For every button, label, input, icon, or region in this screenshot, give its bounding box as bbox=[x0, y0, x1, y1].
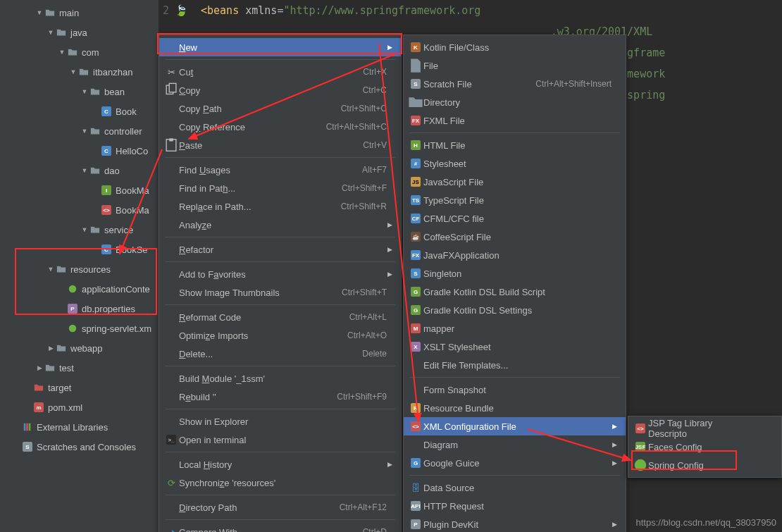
tree-item-service[interactable]: ▼ service bbox=[0, 220, 159, 240]
menu-item-synchronize-resources[interactable]: ⟳ Synchronize 'resources' bbox=[159, 474, 401, 492]
menu-item-faces-config[interactable]: JSF Faces Config bbox=[628, 438, 781, 456]
expand-arrow-icon[interactable]: ▼ bbox=[46, 29, 55, 36]
menu-item-optimize-imports[interactable]: Optimize Imports Ctrl+Alt+O bbox=[159, 326, 401, 345]
menu-item-edit-file-templates[interactable]: Edit File Templates... bbox=[404, 356, 626, 374]
tree-item-bookma[interactable]: <> BookMa bbox=[0, 200, 159, 220]
tree-item-dao[interactable]: ▼ dao bbox=[0, 161, 159, 180]
menu-item-new[interactable]: New ▶ bbox=[159, 38, 401, 56]
menu-item-copy-path[interactable]: Copy Path Ctrl+Shift+C bbox=[159, 99, 401, 118]
tree-item-itbanzhan[interactable]: ▼ itbanzhan bbox=[0, 62, 159, 82]
menu-item-directory[interactable]: Directory bbox=[404, 93, 626, 111]
expand-arrow-icon[interactable]: ▼ bbox=[80, 128, 89, 135]
new-submenu[interactable]: K Kotlin File/Class File S Scratch File … bbox=[403, 35, 626, 532]
menu-item-form-snapshot[interactable]: Form Snapshot bbox=[404, 381, 626, 399]
tree-item-scratches-and-consoles[interactable]: S Scratches and Consoles bbox=[0, 437, 159, 457]
file-icon bbox=[408, 58, 423, 73]
menu-item-cfml-cfc-file[interactable]: CF CFML/CFC file bbox=[404, 209, 626, 228]
menu-item-diagram[interactable]: Diagram ▶ bbox=[404, 435, 626, 454]
menu-item-show-in-explorer[interactable]: Show in Explorer bbox=[159, 412, 401, 431]
tree-item-spring-servlet-xm[interactable]: spring-servlet.xm bbox=[0, 318, 159, 338]
tree-item-controller[interactable]: ▼ controller bbox=[0, 121, 159, 141]
menu-item-resource-bundle[interactable]: R Resource Bundle bbox=[404, 399, 626, 417]
menu-item-reformat-code[interactable]: Reformat Code Ctrl+Alt+L bbox=[159, 308, 401, 326]
menu-item-fxml-file[interactable]: FX FXML File bbox=[404, 111, 626, 130]
tree-item-com[interactable]: ▼ com bbox=[0, 42, 159, 62]
expand-arrow-icon[interactable]: ▼ bbox=[35, 9, 44, 16]
menu-item-replace-in-path[interactable]: Replace in Path... Ctrl+Shift+R bbox=[159, 197, 401, 216]
tree-item-bookse[interactable]: C BookSe bbox=[0, 240, 159, 259]
menu-item-kotlin-file-class[interactable]: K Kotlin File/Class bbox=[404, 38, 626, 56]
tree-item-label: BookSe bbox=[116, 245, 148, 255]
menu-item-build-module-1ssm[interactable]: Build Module '_1ssm' bbox=[159, 369, 401, 388]
tree-item-bookma[interactable]: I BookMa bbox=[0, 180, 159, 200]
tree-item-external-libraries[interactable]: External Libraries bbox=[0, 417, 159, 437]
menu-item-jsp-tag-library-descripto[interactable]: <> JSP Tag Library Descripto bbox=[628, 419, 781, 438]
menu-item-html-file[interactable]: H HTML File bbox=[404, 136, 626, 154]
menu-item-typescript-file[interactable]: TS TypeScript File bbox=[404, 191, 626, 209]
expand-arrow-icon[interactable]: ▶ bbox=[46, 345, 55, 352]
menu-item-local-history[interactable]: Local History ▶ bbox=[159, 455, 401, 474]
tree-item-applicationconte[interactable]: applicationConte bbox=[0, 279, 159, 299]
tree-item-pom-xml[interactable]: m pom.xml bbox=[0, 397, 159, 417]
javafx-icon: FX bbox=[408, 250, 423, 260]
menu-item-copy-reference[interactable]: Copy Reference Ctrl+Alt+Shift+C bbox=[159, 118, 401, 136]
menu-item-singleton[interactable]: S Singleton bbox=[404, 264, 626, 283]
menu-item-scratch-file[interactable]: S Scratch File Ctrl+Alt+Shift+Insert bbox=[404, 75, 626, 93]
expand-arrow-icon[interactable]: ▼ bbox=[80, 226, 89, 233]
menu-item-javascript-file[interactable]: JS JavaScript File bbox=[404, 173, 626, 191]
menu-item-show-image-thumbnails[interactable]: Show Image Thumbnails Ctrl+Shift+T bbox=[159, 283, 401, 302]
menu-item-google-guice[interactable]: G Google Guice ▶ bbox=[404, 454, 626, 472]
menu-item-open-in-terminal[interactable]: >_ Open in terminal bbox=[159, 431, 401, 449]
expand-arrow-icon[interactable]: ▼ bbox=[46, 266, 55, 273]
menu-item-cut[interactable]: ✂ Cut Ctrl+X bbox=[159, 63, 401, 81]
tree-item-main[interactable]: ▼ main bbox=[0, 3, 159, 23]
tree-item-book[interactable]: C Book bbox=[0, 101, 159, 121]
menu-item-xslt-stylesheet[interactable]: X XSLT Stylesheet bbox=[404, 338, 626, 356]
menu-item-copy[interactable]: Copy Ctrl+C bbox=[159, 81, 401, 99]
menu-item-javafxapplication[interactable]: FX JavaFXApplication bbox=[404, 246, 626, 264]
svg-rect-8 bbox=[169, 138, 173, 141]
expand-arrow-icon[interactable]: ▼ bbox=[80, 88, 89, 95]
menu-item-gradle-kotlin-dsl-settings[interactable]: G Gradle Kotlin DSL Settings bbox=[404, 301, 626, 319]
tree-item-resources[interactable]: ▼ resources bbox=[0, 259, 159, 279]
menu-item-http-request[interactable]: API HTTP Request bbox=[404, 497, 626, 515]
project-tree[interactable]: ▼ main▼ java▼ com▼ itbanzhan▼ bean C Boo… bbox=[0, 0, 159, 532]
menu-item-rebuild[interactable]: Rebuild '' Ctrl+Shift+F9 bbox=[159, 388, 401, 406]
tree-item-db-properties[interactable]: P db.properties bbox=[0, 299, 159, 318]
menu-item-delete[interactable]: Delete... Delete bbox=[159, 345, 401, 363]
tree-item-webapp[interactable]: ▶ webapp bbox=[0, 338, 159, 358]
menu-item-compare-with[interactable]: ➜ Compare With... Ctrl+D bbox=[159, 523, 401, 532]
menu-item-plugin-devkit[interactable]: P Plugin DevKit ▶ bbox=[404, 515, 626, 532]
menu-item-refactor[interactable]: Refactor ▶ bbox=[159, 240, 401, 259]
menu-item-paste[interactable]: Paste Ctrl+V bbox=[159, 136, 401, 154]
menu-item-xml-configuration-file[interactable]: <> XML Configuration File ▶ bbox=[404, 417, 626, 435]
plugin-icon: P bbox=[408, 519, 423, 529]
submenu-arrow-icon: ▶ bbox=[387, 221, 392, 228]
menu-separator bbox=[165, 409, 395, 409]
svg-rect-6 bbox=[169, 83, 176, 92]
menu-item-label: Compare With... bbox=[179, 527, 363, 533]
menu-item-data-source[interactable]: 🗄 Data Source bbox=[404, 478, 626, 497]
menu-item-analyze[interactable]: Analyze ▶ bbox=[159, 216, 401, 234]
menu-item-find-in-path[interactable]: Find in Path... Ctrl+Shift+F bbox=[159, 179, 401, 197]
menu-item-find-usages[interactable]: Find Usages Alt+F7 bbox=[159, 161, 401, 179]
tree-item-helloco[interactable]: C HelloCo bbox=[0, 141, 159, 161]
menu-item-spring-config[interactable]: Spring Config bbox=[628, 456, 781, 474]
context-menu[interactable]: New ▶✂ Cut Ctrl+X Copy Ctrl+C Copy Path … bbox=[159, 35, 402, 532]
menu-item-coffeescript-file[interactable]: ☕ CoffeeScript File bbox=[404, 228, 626, 246]
expand-arrow-icon[interactable]: ▶ bbox=[35, 364, 44, 371]
tree-item-java[interactable]: ▼ java bbox=[0, 23, 159, 42]
menu-item-file[interactable]: File bbox=[404, 56, 626, 75]
tree-item-test[interactable]: ▶ test bbox=[0, 358, 159, 378]
menu-item-add-to-favorites[interactable]: Add to Favorites ▶ bbox=[159, 265, 401, 283]
tree-item-target[interactable]: target bbox=[0, 378, 159, 397]
menu-item-stylesheet[interactable]: # Stylesheet bbox=[404, 154, 626, 173]
expand-arrow-icon[interactable]: ▼ bbox=[80, 167, 89, 174]
tree-item-bean[interactable]: ▼ bean bbox=[0, 82, 159, 101]
xml-config-submenu[interactable]: <> JSP Tag Library Descripto JSF Faces C… bbox=[628, 416, 782, 478]
menu-item-mapper[interactable]: M mapper bbox=[404, 319, 626, 338]
expand-arrow-icon[interactable]: ▼ bbox=[58, 49, 66, 56]
expand-arrow-icon[interactable]: ▼ bbox=[69, 68, 77, 75]
menu-item-directory-path[interactable]: Directory Path Ctrl+Alt+F12 bbox=[159, 498, 401, 516]
menu-item-gradle-kotlin-dsl-build-script[interactable]: G Gradle Kotlin DSL Build Script bbox=[404, 283, 626, 301]
